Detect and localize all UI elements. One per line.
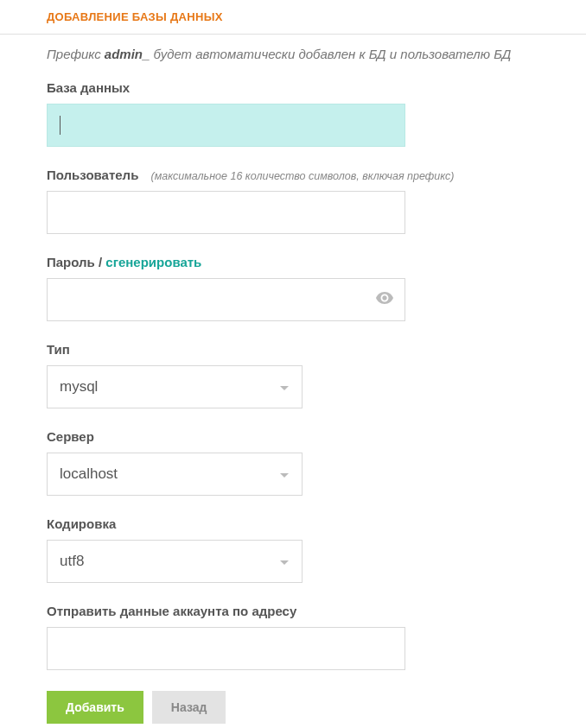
database-group: База данных <box>47 80 564 147</box>
eye-icon[interactable] <box>376 292 393 307</box>
password-label-text: Пароль <box>47 255 95 269</box>
send-email-label: Отправить данные аккаунта по адресу <box>47 604 564 618</box>
add-button[interactable]: Добавить <box>47 691 143 724</box>
prefix-note-before: Префикс <box>47 47 105 61</box>
server-select-wrapper: localhost <box>47 453 303 496</box>
prefix-value: admin_ <box>105 47 150 61</box>
type-select-value: mysql <box>60 378 98 396</box>
encoding-group: Кодировка utf8 <box>47 516 564 583</box>
user-label: Пользователь (максимальное 16 количество… <box>47 168 564 182</box>
form-content: Префикс admin_ будет автоматически добав… <box>0 35 586 728</box>
encoding-select-wrapper: utf8 <box>47 540 303 583</box>
encoding-label: Кодировка <box>47 516 564 531</box>
database-label: База данных <box>47 80 564 95</box>
type-group: Тип mysql <box>47 342 564 408</box>
type-select[interactable]: mysql <box>47 365 303 408</box>
page-header: ДОБАВЛЕНИЕ БАЗЫ ДАННЫХ <box>0 0 586 35</box>
password-wrapper <box>47 278 405 321</box>
text-cursor <box>60 116 61 135</box>
send-email-group: Отправить данные аккаунта по адресу <box>47 604 564 670</box>
server-select-value: localhost <box>60 465 118 483</box>
back-button[interactable]: Назад <box>152 691 226 724</box>
password-separator: / <box>95 255 106 269</box>
user-input[interactable] <box>47 191 405 234</box>
password-group: Пароль / сгенерировать <box>47 255 564 321</box>
user-hint: (максимальное 16 количество символов, вк… <box>151 170 455 182</box>
generate-password-link[interactable]: сгенерировать <box>105 255 201 269</box>
page-title: ДОБАВЛЕНИЕ БАЗЫ ДАННЫХ <box>47 10 586 23</box>
server-select[interactable]: localhost <box>47 453 303 496</box>
type-label: Тип <box>47 342 564 357</box>
type-select-wrapper: mysql <box>47 365 303 408</box>
user-group: Пользователь (максимальное 16 количество… <box>47 168 564 234</box>
password-label: Пароль / сгенерировать <box>47 255 564 269</box>
user-label-text: Пользователь <box>47 168 138 182</box>
server-group: Сервер localhost <box>47 429 564 496</box>
password-input[interactable] <box>47 278 405 321</box>
database-input[interactable] <box>47 104 405 147</box>
encoding-select[interactable]: utf8 <box>47 540 303 583</box>
encoding-select-value: utf8 <box>60 553 84 570</box>
send-email-input[interactable] <box>47 627 405 670</box>
prefix-note-after: будет автоматически добавлен к БД и поль… <box>150 47 511 61</box>
button-row: Добавить Назад <box>47 691 564 724</box>
server-label: Сервер <box>47 429 564 444</box>
prefix-note: Префикс admin_ будет автоматически добав… <box>47 47 564 61</box>
